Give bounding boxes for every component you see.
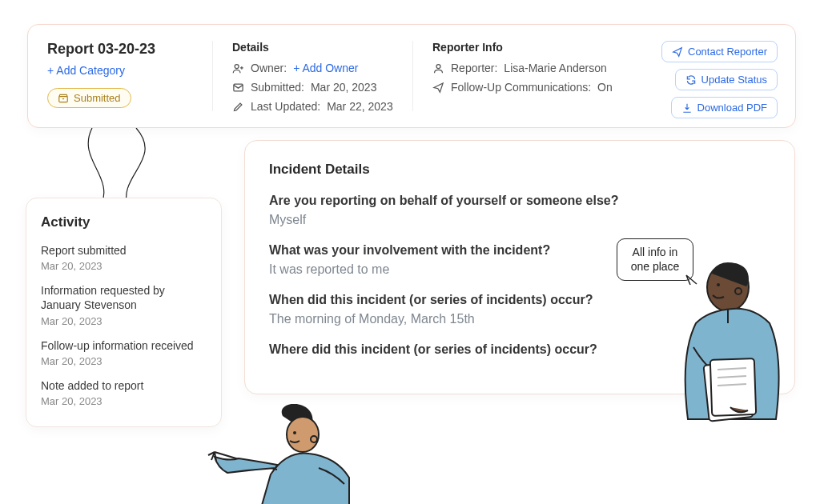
- activity-text: Note added to report: [41, 378, 207, 393]
- answer: Myself: [269, 213, 770, 227]
- download-icon: [681, 102, 693, 114]
- user-icon: [432, 62, 444, 74]
- activity-text: Report submitted: [41, 243, 207, 258]
- qa-block: Are you reporting on behalf of yourself …: [269, 194, 770, 227]
- activity-text: Information requested by January Stevens…: [41, 283, 207, 312]
- activity-date: Mar 20, 2023: [41, 355, 207, 367]
- send-icon: [432, 82, 444, 94]
- update-status-label: Update Status: [701, 74, 767, 86]
- activity-title: Activity: [41, 214, 207, 230]
- header-col-report: Report 03-20-23 + Add Category Submitted: [47, 41, 212, 111]
- activity-item: Note added to report Mar 20, 2023: [41, 378, 207, 407]
- add-owner-link[interactable]: + Add Owner: [293, 62, 358, 74]
- svg-point-3: [436, 64, 440, 68]
- mail-icon: [232, 82, 244, 94]
- submitted-label: Submitted:: [251, 81, 304, 94]
- illustration-person-papers: [636, 243, 796, 483]
- download-pdf-button[interactable]: Download PDF: [671, 97, 778, 118]
- activity-item: Follow-up information received Mar 20, 2…: [41, 338, 207, 367]
- svg-point-14: [311, 436, 317, 442]
- question: Are you reporting on behalf of yourself …: [269, 194, 770, 208]
- svg-point-13: [293, 431, 296, 434]
- header-col-reporter: Reporter Info Reporter: Lisa-Marie Ander…: [412, 41, 665, 111]
- svg-point-5: [735, 288, 742, 294]
- report-header-card: Report 03-20-23 + Add Category Submitted…: [27, 24, 796, 128]
- updated-row: Last Updated: Mar 22, 2023: [232, 100, 412, 113]
- illustration-person-pointing: [207, 404, 375, 504]
- svg-point-1: [235, 64, 239, 68]
- archive-icon: [58, 93, 69, 104]
- report-title: Report 03-20-23: [47, 41, 212, 58]
- pencil-icon: [232, 101, 244, 113]
- contact-reporter-button[interactable]: Contact Reporter: [661, 41, 778, 62]
- followup-value: On: [597, 81, 613, 94]
- activity-date: Mar 20, 2023: [41, 395, 207, 407]
- reporter-name: Lisa-Marie Anderson: [504, 62, 606, 74]
- submitted-row: Submitted: Mar 20, 2023: [232, 81, 412, 94]
- header-col-details: Details Owner: + Add Owner Submitted: Ma…: [212, 41, 412, 111]
- owner-row: Owner: + Add Owner: [232, 62, 412, 74]
- user-plus-icon: [232, 62, 244, 74]
- reporter-section-label: Reporter Info: [432, 41, 665, 54]
- refresh-icon: [685, 74, 697, 86]
- incident-details-title: Incident Details: [269, 162, 770, 178]
- details-section-label: Details: [232, 41, 412, 54]
- header-col-actions: Contact Reporter Update Status Download …: [665, 41, 778, 111]
- status-label: Submitted: [74, 92, 121, 104]
- activity-date: Mar 20, 2023: [41, 260, 207, 272]
- reporter-label: Reporter:: [451, 62, 497, 74]
- activity-text: Follow-up information received: [41, 338, 207, 353]
- reporter-row: Reporter: Lisa-Marie Anderson: [432, 62, 665, 74]
- activity-item: Report submitted Mar 20, 2023: [41, 243, 207, 272]
- status-chip: Submitted: [47, 88, 131, 108]
- activity-item: Information requested by January Stevens…: [41, 283, 207, 326]
- submitted-value: Mar 20, 2023: [311, 81, 377, 94]
- contact-reporter-label: Contact Reporter: [688, 46, 767, 58]
- add-category-link[interactable]: + Add Category: [47, 64, 212, 77]
- connector-lines: [68, 128, 228, 208]
- download-pdf-label: Download PDF: [697, 102, 767, 114]
- svg-point-12: [287, 417, 319, 452]
- activity-date: Mar 20, 2023: [41, 315, 207, 327]
- activity-card: Activity Report submitted Mar 20, 2023 I…: [26, 198, 222, 427]
- updated-value: Mar 22, 2023: [327, 100, 393, 113]
- followup-label: Follow-Up Communications:: [451, 81, 591, 94]
- followup-row: Follow-Up Communications: On: [432, 81, 665, 94]
- updated-label: Last Updated:: [251, 100, 320, 113]
- svg-point-6: [717, 283, 720, 286]
- owner-label: Owner:: [251, 62, 287, 74]
- update-status-button[interactable]: Update Status: [675, 69, 778, 90]
- send-icon: [672, 46, 683, 58]
- svg-rect-8: [710, 358, 756, 416]
